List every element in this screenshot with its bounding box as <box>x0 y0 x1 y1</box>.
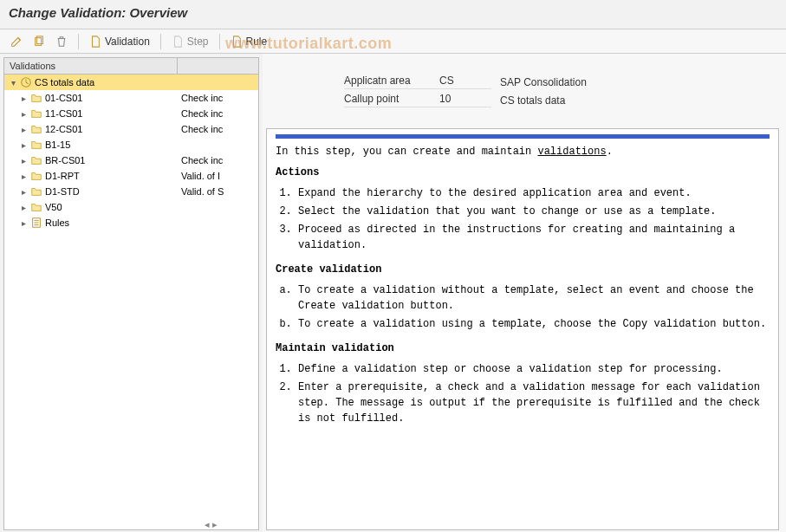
tree-item-desc: Check inc <box>178 108 258 119</box>
info-value: 10 <box>439 93 491 107</box>
collapse-icon[interactable]: ▾ <box>8 77 18 88</box>
trash-icon <box>55 36 68 48</box>
toolbar-separator <box>78 34 79 49</box>
tree-item-desc: Valid. of I <box>178 171 258 181</box>
info-desc: CS totals data <box>491 94 565 107</box>
info-row-area: Applicatn area CS SAP Consolidation <box>344 75 762 89</box>
help-heading-maintain: Maintain validation <box>276 341 770 356</box>
expand-icon[interactable]: ▸ <box>18 93 29 103</box>
help-heading-actions: Actions <box>276 165 770 180</box>
tree-item-label: Rules <box>45 217 69 228</box>
info-row-callup: Callup point 10 CS totals data <box>344 93 762 107</box>
info-desc: SAP Consolidation <box>491 76 587 88</box>
help-actions-list: Expand the hierarchy to the desired appl… <box>298 185 770 253</box>
main-layout: Validations ▾ CS totals data ▸ 01-CS01 <box>0 54 786 532</box>
tree-header-col2[interactable] <box>178 58 258 74</box>
document-icon <box>89 36 101 48</box>
help-heading-create: Create validation <box>276 262 770 277</box>
expand-icon[interactable]: ▸ <box>18 124 29 134</box>
tree-item[interactable]: ▸ D1-RPT Valid. of I <box>4 168 258 184</box>
header: Change Validation: Overview <box>0 0 786 29</box>
rules-icon <box>30 217 42 229</box>
tree-item[interactable]: ▸ BR-CS01 Check inc <box>4 152 258 168</box>
tree-item-desc: Check inc <box>178 155 258 165</box>
list-item: To create a validation without a templat… <box>298 282 770 314</box>
delete-button[interactable] <box>52 34 71 49</box>
document-icon <box>172 36 184 48</box>
splitter-handle[interactable]: ◂ ▸ <box>205 519 218 530</box>
toolbar-separator <box>160 34 161 49</box>
help-intro: In this step, you can create and maintai… <box>276 144 770 159</box>
expand-icon[interactable]: ▸ <box>18 171 29 181</box>
info-area: Applicatn area CS SAP Consolidation Call… <box>266 57 779 121</box>
help-create-list: To create a validation without a templat… <box>298 282 770 332</box>
document-icon <box>231 36 243 48</box>
help-panel[interactable]: In this step, you can create and maintai… <box>266 128 779 530</box>
list-item: Expand the hierarchy to the desired appl… <box>298 185 770 201</box>
help-bluebar <box>276 134 770 139</box>
expand-icon[interactable]: ▸ <box>18 202 29 212</box>
folder-icon <box>30 185 42 198</box>
tree-item-label: D1-RPT <box>45 171 80 181</box>
folder-icon <box>30 170 42 182</box>
tree-root-label: CS totals data <box>35 77 94 88</box>
folder-icon <box>30 201 42 213</box>
tree-item[interactable]: ▸ 01-CS01 Check inc <box>4 90 258 106</box>
folder-icon <box>30 107 42 120</box>
help-maintain-list: Define a validation step or choose a val… <box>298 361 770 426</box>
folder-icon <box>30 154 42 166</box>
list-item: Enter a prerequisite, a check and a vali… <box>298 380 770 426</box>
copy-icon <box>33 36 45 48</box>
tree-item-label: BR-CS01 <box>45 155 85 165</box>
tree-root[interactable]: ▾ CS totals data <box>4 75 258 90</box>
tree-item[interactable]: ▸ 11-CS01 Check inc <box>4 106 258 121</box>
expand-icon[interactable]: ▸ <box>18 108 29 119</box>
validations-link[interactable]: validations <box>537 146 606 158</box>
page-title: Change Validation: Overview <box>9 5 777 20</box>
toolbar: Validation Step Rule <box>0 29 786 54</box>
folder-icon <box>30 92 42 104</box>
help-content: In this step, you can create and maintai… <box>267 129 778 440</box>
rule-button[interactable]: Rule <box>227 34 271 49</box>
tree-item-label: 12-CS01 <box>45 124 82 134</box>
tree-item[interactable]: ▸ D1-STD Valid. of S <box>4 184 258 199</box>
copy-button[interactable] <box>29 34 49 49</box>
tree-body[interactable]: ▾ CS totals data ▸ 01-CS01 Check inc <box>4 75 258 529</box>
tree-item-desc: Valid. of S <box>178 186 258 197</box>
list-item: Select the validation that you want to c… <box>298 204 770 219</box>
expand-icon[interactable]: ▸ <box>18 217 29 228</box>
step-button-label: Step <box>187 36 209 48</box>
tree-item-label: 11-CS01 <box>45 108 82 119</box>
expand-icon[interactable]: ▸ <box>18 139 29 150</box>
edit-button[interactable] <box>7 34 26 49</box>
tree-item-label: D1-STD <box>45 186 80 197</box>
list-item: To create a validation using a template,… <box>298 316 770 332</box>
tree-header-col1[interactable]: Validations <box>4 58 178 74</box>
step-button[interactable]: Step <box>168 34 212 49</box>
expand-icon[interactable]: ▸ <box>18 155 29 165</box>
tree-item[interactable]: ▸ V50 <box>4 199 258 215</box>
tree-item-rules[interactable]: ▸ Rules <box>4 215 258 230</box>
validation-button-label: Validation <box>105 36 150 48</box>
info-value: CS <box>439 75 491 89</box>
tree-item[interactable]: ▸ B1-15 <box>4 137 258 152</box>
tree-item-label: V50 <box>45 202 62 212</box>
expand-icon[interactable]: ▸ <box>18 186 29 197</box>
tree-header: Validations <box>4 58 258 75</box>
tree-item-label: B1-15 <box>45 139 70 150</box>
pencil-icon <box>10 36 23 48</box>
tree-item-label: 01-CS01 <box>45 93 82 103</box>
rule-button-label: Rule <box>246 36 268 48</box>
list-item: Define a validation step or choose a val… <box>298 361 770 377</box>
toolbar-separator <box>219 34 220 49</box>
clock-icon <box>20 76 32 88</box>
folder-icon <box>30 139 42 151</box>
tree-item[interactable]: ▸ 12-CS01 Check inc <box>4 121 258 137</box>
folder-icon <box>30 123 42 135</box>
right-panel: Applicatn area CS SAP Consolidation Call… <box>263 54 786 532</box>
info-label: Applicatn area <box>344 75 439 89</box>
validation-button[interactable]: Validation <box>86 34 153 49</box>
left-panel: Validations ▾ CS totals data ▸ 01-CS01 <box>3 57 259 530</box>
tree-item-desc: Check inc <box>178 124 258 134</box>
list-item: Proceed as directed in the instructions … <box>298 222 770 253</box>
